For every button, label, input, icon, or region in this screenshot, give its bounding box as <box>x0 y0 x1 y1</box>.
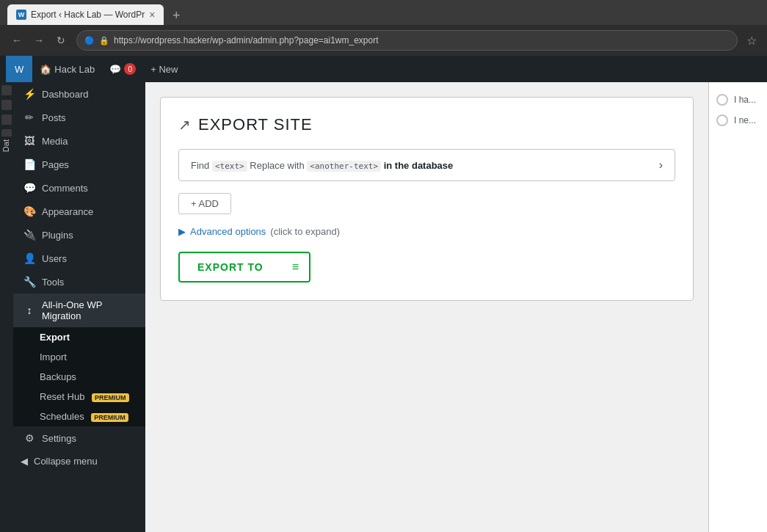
tab-title: Export ‹ Hack Lab — WordPr <box>31 10 145 20</box>
submenu-item-backups[interactable]: Backups <box>13 367 145 387</box>
replace-placeholder: <another-text> <box>307 161 381 172</box>
submenu-item-import[interactable]: Import <box>13 347 145 367</box>
sidebar-item-tools[interactable]: 🔧 Tools <box>13 270 145 294</box>
wp-logo-icon: W <box>15 64 23 75</box>
submenu-item-reset-hub[interactable]: Reset Hub Premium <box>13 387 145 407</box>
tab-favicon: W <box>16 10 26 20</box>
radio-1[interactable] <box>716 94 728 106</box>
sidebar-item-pages[interactable]: 📄 Pages <box>13 153 145 176</box>
sidebar-item-media[interactable]: 🖼 Media <box>13 129 145 153</box>
wp-layout: Dat ⚡ Dashboard ✏ Posts 🖼 Media 📄 Pages … <box>0 82 767 532</box>
sidebar-item-aio[interactable]: ↕ All-in-One WP Migration <box>13 294 145 327</box>
new-tab-button[interactable]: + <box>167 6 186 25</box>
plugins-icon: 🔌 <box>23 229 36 241</box>
dashboard-icon: ⚡ <box>23 88 36 100</box>
sidebar-item-users[interactable]: 👤 Users <box>13 247 145 270</box>
export-to-label[interactable]: EXPORT TO <box>180 254 281 280</box>
submenu-item-export[interactable]: Export <box>13 327 145 347</box>
sidebar-item-label-tools: Tools <box>42 277 138 288</box>
site-name-icon: 🏠 <box>40 64 51 75</box>
right-panel-item-2: I ne... <box>716 114 760 126</box>
submenu-schedules-label: Schedules <box>40 411 84 422</box>
submenu-reset-hub-label: Reset Hub <box>40 391 84 402</box>
advanced-options-toggle[interactable]: ▶ Advanced options (click to expand) <box>178 226 675 237</box>
edge-bar-icon-1[interactable] <box>1 85 12 95</box>
right-panel-label-2: I ne... <box>734 115 756 125</box>
lock-icon: 🔒 <box>99 36 109 45</box>
export-site-icon: ↗ <box>178 116 191 134</box>
site-name-button[interactable]: 🏠 Hack Lab <box>32 56 102 82</box>
schedules-premium-badge: Premium <box>91 413 128 422</box>
browser-tab-bar: W Export ‹ Hack Lab — WordPr × + <box>0 0 767 25</box>
sidebar-item-label-posts: Posts <box>42 112 138 123</box>
browser-chrome: ← → ↻ 🔵 🔒 https://wordpress.hacker/wp-ad… <box>0 25 767 56</box>
nav-buttons: ← → ↻ <box>7 31 70 50</box>
submenu-item-schedules[interactable]: Schedules Premium <box>13 407 145 426</box>
find-placeholder: <text> <box>212 161 247 172</box>
add-button-label: + ADD <box>191 198 219 209</box>
new-content-label: + New <box>150 64 178 75</box>
submenu-import-label: Import <box>40 351 67 362</box>
radio-2[interactable] <box>716 114 728 126</box>
add-button[interactable]: + ADD <box>178 193 231 214</box>
sidebar-item-appearance[interactable]: 🎨 Appearance <box>13 200 145 223</box>
bookmark-button[interactable]: ☆ <box>744 34 760 48</box>
find-replace-row[interactable]: Find <text> Replace with <another-text> … <box>178 149 675 181</box>
export-to-button[interactable]: EXPORT TO ≡ <box>178 252 310 283</box>
find-label: Find <box>191 160 212 171</box>
sidebar-item-settings[interactable]: ⚙ Settings <box>13 426 145 450</box>
sidebar-item-label-aio: All-in-One WP Migration <box>42 299 138 321</box>
find-replace-text: Find <text> Replace with <another-text> … <box>191 160 659 171</box>
collapse-menu-icon: ◀ <box>21 456 28 467</box>
submenu-export-label: Export <box>40 332 70 343</box>
address-bar[interactable]: 🔵 🔒 https://wordpress.hacker/wp-admin/ad… <box>76 30 738 51</box>
sidebar-item-label-comments: Comments <box>42 183 138 194</box>
edge-bar-label: Dat <box>0 136 12 155</box>
right-panel-item-1: I ha... <box>716 94 760 106</box>
sidebar-item-posts[interactable]: ✏ Posts <box>13 106 145 129</box>
edge-bar: Dat <box>0 82 13 532</box>
settings-icon: ⚙ <box>23 432 36 444</box>
sidebar-submenu: Export Import Backups Reset Hub Premium … <box>13 327 145 426</box>
pages-icon: 📄 <box>23 158 36 170</box>
export-to-menu-icon[interactable]: ≡ <box>282 253 309 281</box>
wp-logo-button[interactable]: W <box>6 56 32 82</box>
page-title: EXPORT SITE <box>198 115 313 134</box>
refresh-button[interactable]: ↻ <box>51 31 70 50</box>
main-content: ↗ EXPORT SITE Find <text> Replace with <… <box>145 82 708 532</box>
media-icon: 🖼 <box>23 135 36 147</box>
sidebar-item-label-media: Media <box>42 136 138 147</box>
edge-bar-icon-2[interactable] <box>1 100 12 110</box>
export-card: ↗ EXPORT SITE Find <text> Replace with <… <box>160 97 694 301</box>
submenu-backups-label: Backups <box>40 371 76 382</box>
tools-icon: 🔧 <box>23 276 36 288</box>
sidebar-item-label-appearance: Appearance <box>42 206 138 217</box>
sidebar-item-plugins[interactable]: 🔌 Plugins <box>13 223 145 247</box>
reset-hub-premium-badge: Premium <box>92 393 129 402</box>
advanced-options-label: Advanced options <box>190 226 266 237</box>
replace-label: Replace with <box>250 160 307 171</box>
comments-button[interactable]: 💬 0 <box>102 56 143 82</box>
export-title: ↗ EXPORT SITE <box>178 115 675 134</box>
sidebar-item-comments[interactable]: 💬 Comments <box>13 176 145 200</box>
comments-icon: 💬 <box>109 64 121 75</box>
tab-close-button[interactable]: × <box>149 9 155 21</box>
site-name-label: Hack Lab <box>54 64 95 75</box>
advanced-options-arrow-icon: ▶ <box>178 226 186 237</box>
appearance-icon: 🎨 <box>23 205 36 217</box>
chevron-right-icon: › <box>659 158 663 172</box>
browser-tab[interactable]: W Export ‹ Hack Lab — WordPr × <box>7 4 164 25</box>
forward-button[interactable]: → <box>29 31 48 50</box>
collapse-menu-button[interactable]: ◀ Collapse menu <box>13 450 145 473</box>
sidebar-item-label-plugins: Plugins <box>42 230 138 241</box>
sidebar-item-dashboard[interactable]: ⚡ Dashboard <box>13 82 145 106</box>
suffix-label: in the database <box>384 160 454 171</box>
edge-bar-icon-3[interactable] <box>1 114 12 125</box>
back-button[interactable]: ← <box>7 31 26 50</box>
right-panel: I ha... I ne... <box>708 82 767 532</box>
security-icon: 🔵 <box>84 36 95 45</box>
wp-admin-bar: W 🏠 Hack Lab 💬 0 + New <box>0 56 767 82</box>
new-content-button[interactable]: + New <box>143 56 185 82</box>
sidebar-item-label-settings: Settings <box>42 433 138 444</box>
sidebar-item-label-users: Users <box>42 253 138 264</box>
